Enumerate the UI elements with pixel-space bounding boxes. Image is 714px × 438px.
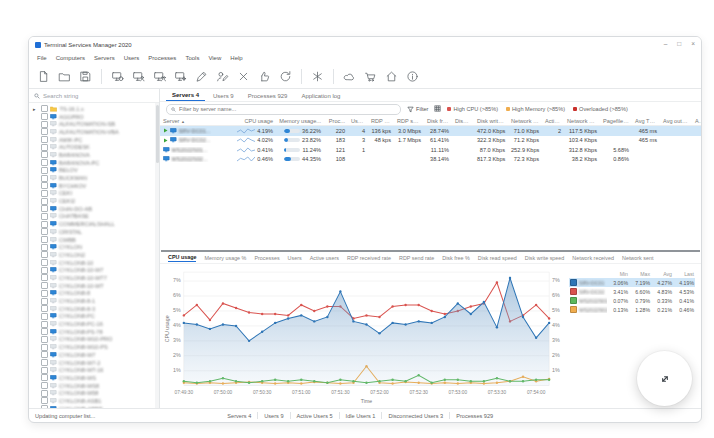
menu-servers[interactable]: Servers [94,55,115,61]
tree-item-computer[interactable]: AUTODESK [33,143,159,151]
computer-checkbox[interactable] [41,121,48,128]
computer-checkbox[interactable] [41,259,48,266]
tree-item-computer[interactable]: CYKLON8-10-WT [33,282,159,290]
computer-users-icon[interactable] [151,68,168,85]
computer-checkbox[interactable] [41,344,48,351]
column-header[interactable]: Network sent [564,118,600,124]
save-icon[interactable] [77,68,94,85]
user-edit-icon[interactable] [214,68,231,85]
open-folder-icon[interactable] [56,68,73,85]
column-header[interactable]: Pagefile usage... [600,118,632,124]
tree-item-computer[interactable]: ALFAUTOMATION-VBA [33,128,159,136]
chart-tab-memory-usage-[interactable]: Memory usage % [204,255,246,261]
computer-checkbox[interactable] [41,313,48,320]
chart-tab-cpu-usage[interactable]: CPU usage [168,254,196,262]
server-row[interactable]: WS2022S01... 0.41% 11.24% 1211 11.11%87.… [160,145,701,155]
tree-item-computer[interactable]: AGGPRO [33,113,159,121]
computer-checkbox[interactable] [41,198,48,205]
tree-item-computer[interactable]: CYKLON8-10 [33,259,159,267]
computer-checkbox[interactable] [41,144,48,151]
tab-application-log[interactable]: Application log [295,91,346,101]
computer-checkbox[interactable] [41,167,48,174]
computer-checkbox[interactable] [41,151,48,158]
computer-settings-icon[interactable] [172,68,189,85]
tree-item-computer[interactable]: CWBB [33,236,159,244]
minimize-button[interactable]: – [664,41,668,48]
computer-checkbox[interactable] [41,298,48,305]
computer-checkbox[interactable] [41,282,48,289]
legend-row[interactable]: WS2022S01 0.07%0.79%0.33%0.41% [569,296,695,305]
tree-item-computer[interactable]: CYKLON8-PS-78 [33,328,159,336]
tree-item-computer[interactable]: COMMERCIALSHALL [33,220,159,228]
tree-root[interactable]: ▸ TS-16.1.x [33,105,159,113]
computer-checkbox[interactable] [41,336,48,343]
tree-item-computer[interactable]: CEKI [33,190,159,198]
tree-item-computer[interactable]: CYKLON8-PC-16 [33,320,159,328]
chart-tab-network-sent[interactable]: Network sent [622,255,653,261]
computer-checkbox[interactable] [41,305,48,312]
tree-item-computer[interactable]: CRISTAL [33,228,159,236]
menu-processes[interactable]: Processes [148,55,176,61]
column-header[interactable]: Proc... [324,118,348,124]
column-header[interactable]: Avg TCP RTT [632,118,660,124]
tree-item-computer[interactable]: CYKLON2 [33,251,159,259]
column-header[interactable]: Avg input... [692,118,701,124]
computer-checkbox[interactable] [41,382,48,389]
chart-tab-rdp-received-rate[interactable]: RDP received rate [347,255,391,261]
cloud-icon[interactable] [341,68,358,85]
tree-item-computer[interactable]: CYKLON [33,243,159,251]
menu-computers[interactable]: Computers [56,55,85,61]
column-header[interactable]: Users [348,118,368,124]
expand-button[interactable] [637,351,692,406]
computer-checkbox[interactable] [41,236,48,243]
computer-checkbox[interactable] [41,390,48,397]
computer-checkbox[interactable] [41,228,48,235]
tree-scrollbar[interactable] [155,103,159,408]
filter-button[interactable]: Filter [407,106,428,113]
column-header[interactable]: Memory usage... [276,118,324,124]
computer-search-box[interactable]: Search string [29,89,159,103]
computer-checkbox[interactable] [41,190,48,197]
tab-users-9[interactable]: Users 9 [207,91,240,101]
computer-checkbox[interactable] [41,182,48,189]
chart-tab-rdp-send-rate[interactable]: RDP send rate [399,255,434,261]
thumb-up-icon[interactable] [256,68,273,85]
server-row[interactable]: SRV-DC01... 4.19% 36.22% 2204136 kps3.0 … [160,126,701,136]
computer-checkbox[interactable] [41,374,48,381]
tree-item-computer[interactable]: CYKLON8-W10-PS [33,343,159,351]
tree-item-computer[interactable]: CYKLON8-8 [33,290,159,298]
computer-checkbox[interactable] [41,136,48,143]
tree-item-computer[interactable]: CYKLON8-W10-PRO [33,336,159,344]
computer-checkbox[interactable] [41,267,48,274]
computer-checkbox[interactable] [41,397,48,404]
filter-chip[interactable]: High Memory (>85%) [506,106,565,112]
legend-row[interactable]: SRV-DC01 3.06%7.19%4.27%4.19% [569,278,695,287]
computer-checkbox[interactable] [41,321,48,328]
column-header[interactable]: Avg output FPS [660,118,692,124]
column-header[interactable]: Network re... [508,118,542,124]
chart-tab-network-received[interactable]: Network received [572,255,614,261]
home-icon[interactable] [383,68,400,85]
tree-item-computer[interactable]: CYKLONB-ABBP [33,405,159,408]
info-icon[interactable] [404,68,421,85]
close-button[interactable]: × [691,41,695,48]
tree-item-computer[interactable]: CYKLON8-10-W7 [33,266,159,274]
chart-tab-disk-read-speed[interactable]: Disk read speed [478,255,517,261]
menu-file[interactable]: File [37,55,47,61]
computer-checkbox[interactable] [41,290,48,297]
column-header[interactable]: Disk write... [474,118,508,124]
tree-item-computer[interactable]: CYKLON8-W7 [33,351,159,359]
tree-item-computer[interactable]: BUCKMAN [33,174,159,182]
tab-servers-4[interactable]: Servers 4 [166,90,205,101]
filter-chip[interactable]: High CPU (>85%) [447,106,498,112]
tree-root-checkbox[interactable] [41,105,48,112]
column-header[interactable]: Disk re... [452,118,474,124]
tree-expand-icon[interactable]: ▸ [33,106,38,112]
tree-item-computer[interactable]: ALFAUTOMATION-SB [33,120,159,128]
tree-item-computer[interactable]: CYKLON8-ASB1 [33,397,159,405]
computer-checkbox[interactable] [41,328,48,335]
cart-icon[interactable] [362,68,379,85]
tree-item-computer[interactable]: CYKLON8-PC [33,313,159,321]
chart-tab-disk-write-speed[interactable]: Disk write speed [525,255,565,261]
menu-users[interactable]: Users [124,55,140,61]
